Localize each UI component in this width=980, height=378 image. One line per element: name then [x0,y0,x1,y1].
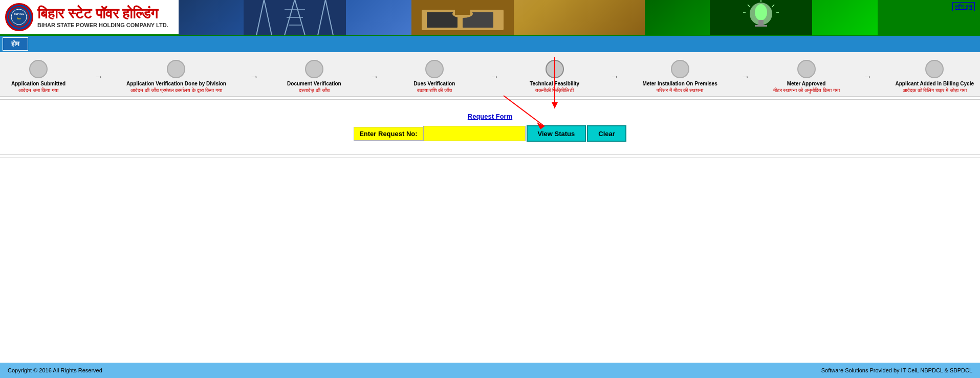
header-img-office [411,0,644,35]
workflow-container: Application Submitted आवेदन जमा किया गया… [0,52,980,97]
arrow-5: → [610,72,619,82]
step-label-1: Application Submitted आवेदन जमा किया गया [10,80,67,94]
step-circle-2 [167,60,185,78]
step-circle-6 [671,60,689,78]
header-img-green [645,0,878,35]
workflow-wrapper: Application Submitted आवेदन जमा किया गया… [0,52,980,253]
view-status-button[interactable]: View Status [527,125,586,142]
step-circle-7 [797,60,816,78]
footer-software-info: Software Solutions Provided by IT Cell, … [821,367,972,373]
step-label-4: Dues Verification बकाया राशि की जाँच [412,80,456,94]
request-form-title: Request Form [468,113,512,120]
logo-circle: BSPHCL बिहार [5,3,33,31]
arrow-4: → [490,72,499,82]
arrow-6: → [741,72,750,82]
logo-block: BSPHCL बिहार बिहार स्टेट पॉवर होल्डिंग B… [0,1,173,34]
request-number-input[interactable] [423,126,526,141]
login-link[interactable]: लॉग-इन [952,2,975,11]
request-form-row: Enter Request No: View Status Clear [354,125,626,142]
arrow-7: → [863,72,872,82]
arrow-2: → [249,72,258,82]
svg-rect-24 [755,25,767,27]
step-1: Application Submitted आवेदन जमा किया गया [5,60,72,94]
home-button[interactable]: होम [3,37,28,51]
arrow-1: → [94,72,103,82]
step-label-8: Applicant Added in Billing Cycle आवेदक क… [894,80,975,94]
step-circle-1 [29,60,48,78]
step-3: Document Verification दस्तावेज़ की जाँच [281,60,347,94]
enter-request-label: Enter Request No: [354,127,423,141]
svg-text:बिहार: बिहार [16,17,21,20]
hindi-title: बिहार स्टेट पॉवर होल्डिंग [37,6,168,22]
header-images [179,0,878,35]
step-6: Meter Installation On Premises परिसर में… [642,60,718,94]
step-label-7: Meter Approved मीटर स्थापना को अनुमोदित … [772,80,841,94]
arrow-3: → [369,72,379,82]
request-form-area: Request Form Enter Request No: View Stat… [0,102,980,152]
step-7: Meter Approved मीटर स्थापना को अनुमोदित … [772,60,841,94]
step-label-2: Application Verification Done by Divisio… [125,80,227,94]
step-circle-5 [546,60,564,78]
navbar: होम [0,36,980,52]
svg-point-22 [755,4,767,20]
footer: Copyright © 2016 All Rights Reserved Sof… [0,363,980,378]
clear-button[interactable]: Clear [587,125,626,142]
header-img-blue [179,0,411,35]
header: BSPHCL बिहार बिहार स्टेट पॉवर होल्डिंग B… [0,0,980,36]
divider-3 [0,158,980,158]
step-2: Application Verification Done by Divisio… [125,60,227,94]
step-5: Technical Feasibility तकनीकी फिज़िबिलिटी [521,60,588,94]
title-block: बिहार स्टेट पॉवर होल्डिंग BIHAR STATE PO… [37,6,168,28]
step-label-3: Document Verification दस्तावेज़ की जाँच [286,80,342,94]
step-circle-3 [305,60,323,78]
svg-rect-19 [455,10,470,15]
step-circle-8 [925,60,944,78]
footer-copyright: Copyright © 2016 All Rights Reserved [8,367,102,373]
step-8: Applicant Added in Billing Cycle आवेदक क… [894,60,975,94]
svg-text:BSPHCL: BSPHCL [14,12,25,15]
svg-point-0 [9,7,29,27]
content-area: Request Form Enter Request No: View Stat… [0,99,980,253]
step-label-5: Technical Feasibility तकनीकी फिज़िबिलिटी [529,80,580,94]
english-title: BIHAR STATE POWER HOLDING COMPANY LTD. [37,22,168,28]
step-circle-4 [425,60,444,78]
steps-row: Application Submitted आवेदन जमा किया गया… [5,60,975,94]
divider-2 [0,154,980,155]
step-label-6: Meter Installation On Premises परिसर में… [642,80,718,94]
step-4: Dues Verification बकाया राशि की जाँच [401,60,468,94]
divider-1 [0,99,980,100]
